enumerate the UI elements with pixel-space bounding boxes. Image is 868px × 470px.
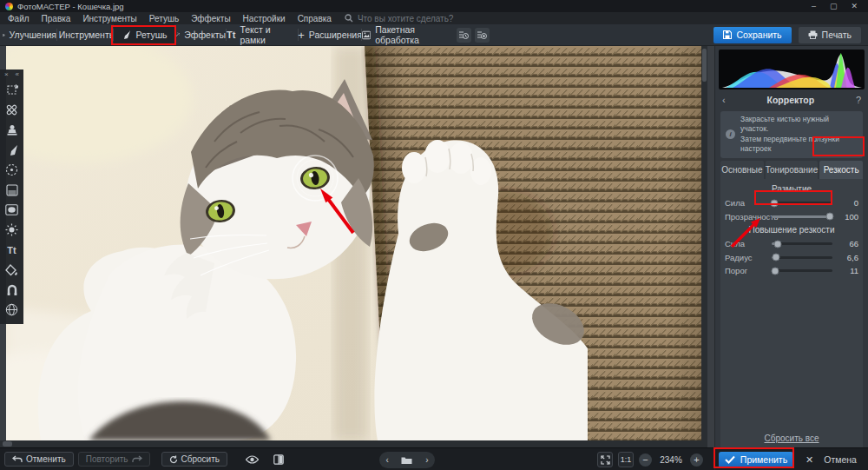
tab-batch-processing[interactable]: Пакетная обработка: [362, 24, 449, 46]
cancel-x-icon: ✕: [806, 454, 813, 466]
reset-icon: [169, 455, 178, 464]
menu-settings[interactable]: Настройки: [237, 14, 292, 23]
reset-button[interactable]: Сбросить: [161, 452, 227, 467]
slider-thumb[interactable]: [774, 240, 782, 248]
panel-header: ‹ Корректор ?: [715, 91, 868, 109]
menu-retouch[interactable]: Ретушь: [143, 14, 185, 23]
tool-fill[interactable]: [0, 260, 23, 280]
tab-enhancements[interactable]: Улучшения: [3, 24, 56, 46]
slider-row-threshold: Порог 11: [720, 264, 863, 278]
horizontal-scrollbar[interactable]: [0, 440, 707, 447]
slider-track[interactable]: [772, 202, 832, 204]
menu-tools[interactable]: Инструменты: [76, 14, 142, 23]
panel-title: Корректор: [726, 95, 856, 105]
zoom-level: 234%: [657, 455, 685, 465]
slider-thumb[interactable]: [770, 199, 778, 207]
tool-brush[interactable]: [0, 140, 23, 160]
prev-file-button[interactable]: ‹: [385, 455, 388, 465]
next-file-button[interactable]: ›: [425, 455, 428, 465]
panel-tab-toning[interactable]: Тонирование: [766, 161, 819, 179]
apply-button[interactable]: Применить: [719, 452, 793, 468]
menu-file[interactable]: Файл: [2, 14, 36, 23]
zoom-out-button[interactable]: −: [639, 453, 652, 467]
tool-text[interactable]: Tt: [0, 240, 23, 260]
fit-to-screen-button[interactable]: [597, 452, 613, 467]
right-panel: ‹ Корректор ? i Закрасьте кистью нужный …: [714, 46, 868, 447]
checkmark-icon: [725, 455, 735, 464]
minimize-button[interactable]: –: [812, 2, 816, 10]
menu-effects[interactable]: Эффекты: [185, 14, 236, 23]
save-icon: [723, 30, 732, 39]
slider-row-opacity: Прозрачность 100: [720, 209, 863, 223]
brush-icon: [121, 30, 131, 40]
before-after-button[interactable]: [268, 454, 289, 465]
tab-effects[interactable]: Эффекты: [175, 24, 226, 46]
info-text: Закрасьте кистью нужный участок. Затем п…: [740, 115, 858, 155]
tool-palette: × « Tt: [0, 70, 23, 324]
palette-close-icon[interactable]: ×: [4, 70, 9, 80]
quick-batch-icon[interactable]: [457, 28, 471, 43]
panel-actions: Применить ✕ Отмена: [714, 448, 868, 470]
tool-healing-patch[interactable]: [0, 100, 23, 120]
quick-batch-history-icon[interactable]: [475, 28, 490, 43]
slider-thumb[interactable]: [772, 267, 779, 275]
menu-help[interactable]: Справка: [292, 14, 338, 23]
search-input[interactable]: Что вы хотите сделать?: [345, 14, 454, 23]
vertical-scrollbar-thumb[interactable]: [702, 49, 707, 82]
preview-original-button[interactable]: [240, 455, 264, 464]
slider-thumb[interactable]: [826, 213, 834, 221]
redo-button[interactable]: Повторить: [78, 452, 150, 467]
horizontal-scrollbar-thumb[interactable]: [3, 441, 12, 447]
app-logo-icon: [5, 3, 13, 10]
panel-tab-basic[interactable]: Основные: [720, 161, 764, 179]
histogram: [719, 50, 865, 89]
zoom-controls: 1:1 − 234% +: [597, 452, 703, 467]
print-button[interactable]: Печать: [799, 27, 861, 43]
panel-tab-sharpness[interactable]: Резкость: [819, 161, 863, 179]
app-window: ФотоМАСТЕР - Кошечка.jpg – ▢ ✕ Файл Прав…: [0, 0, 868, 470]
tool-globe[interactable]: [0, 300, 23, 320]
maximize-button[interactable]: ▢: [830, 2, 838, 10]
undo-button[interactable]: Отменить: [4, 452, 74, 467]
tool-radial-filter[interactable]: [0, 160, 23, 180]
slider-thumb[interactable]: [772, 254, 779, 261]
magic-wand-icon: [175, 30, 180, 40]
sliders-icon: [3, 30, 5, 40]
slider-row-sharpen-strength: Сила 66: [720, 237, 863, 251]
tool-crop-rotate[interactable]: [0, 80, 23, 100]
section-title-blur: Размытие: [720, 182, 863, 196]
photo-cat-scratching-post[interactable]: [6, 46, 701, 440]
tool-magnet[interactable]: [0, 280, 23, 300]
photo-canvas[interactable]: × « Tt: [0, 46, 714, 447]
tab-tools[interactable]: Инструменты: [57, 24, 113, 46]
menu-edit[interactable]: Правка: [36, 14, 77, 23]
tab-extensions[interactable]: + Расширения: [299, 24, 361, 46]
tab-text-frames[interactable]: Tt Текст и рамки: [227, 24, 298, 46]
slider-track[interactable]: [772, 256, 832, 259]
cancel-button[interactable]: ✕ Отмена: [806, 454, 857, 466]
tool-brightness[interactable]: [0, 220, 23, 240]
help-icon[interactable]: ?: [856, 95, 861, 105]
save-button[interactable]: Сохранить: [713, 27, 791, 43]
tool-vignette[interactable]: [0, 200, 23, 220]
split-view-icon: [273, 454, 284, 465]
folder-icon[interactable]: [401, 456, 412, 465]
tool-graduated-filter[interactable]: [0, 180, 23, 200]
actual-size-button[interactable]: 1:1: [618, 452, 634, 467]
slider-track[interactable]: [772, 242, 832, 245]
vertical-scrollbar[interactable]: [701, 46, 707, 440]
tab-retouch[interactable]: Ретушь: [114, 24, 174, 46]
slider-track[interactable]: [772, 269, 832, 272]
bottom-bar: Отменить Повторить Сбросить ‹ ›: [0, 447, 868, 470]
info-box: i Закрасьте кистью нужный участок. Затем…: [720, 111, 863, 158]
plus-icon: +: [298, 29, 305, 42]
reset-all-link[interactable]: Сбросить все: [715, 434, 868, 443]
close-button[interactable]: ✕: [851, 2, 858, 10]
section-title-sharpen: Повышение резкости: [720, 223, 863, 237]
search-icon: [345, 14, 353, 23]
tool-clone-stamp[interactable]: [0, 120, 23, 140]
zoom-in-button[interactable]: +: [690, 453, 703, 467]
file-navigator: ‹ ›: [379, 452, 435, 468]
slider-track[interactable]: [772, 215, 832, 218]
palette-collapse-icon[interactable]: «: [16, 70, 19, 80]
